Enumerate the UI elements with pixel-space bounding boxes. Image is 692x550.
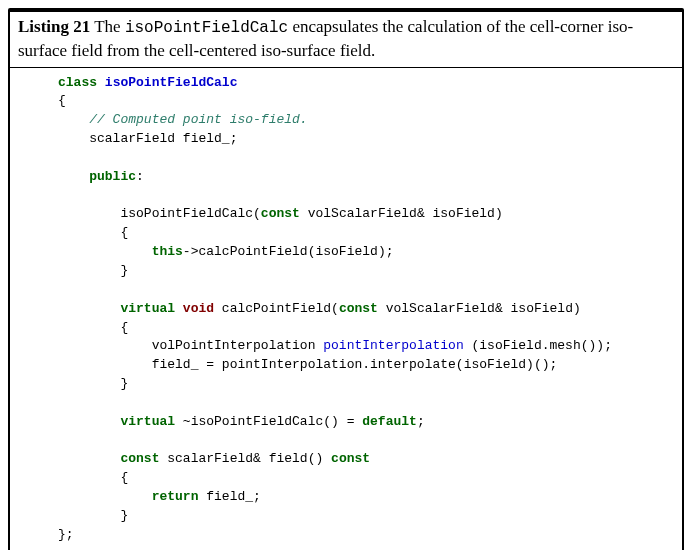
getter-sig: scalarField& field() bbox=[159, 451, 331, 466]
ctor-params: volScalarField& isoField) bbox=[300, 206, 503, 221]
caption-code: isoPointFieldCalc bbox=[125, 19, 288, 37]
listing-header: Listing 21 The isoPointFieldCalc encapsu… bbox=[10, 12, 682, 67]
kw-const: const bbox=[261, 206, 300, 221]
brace: } bbox=[120, 263, 128, 278]
field-decl: scalarField field_; bbox=[89, 131, 237, 146]
listing-number: Listing 21 bbox=[18, 17, 90, 36]
calc-line2: field_ = pointInterpolation.interpolate(… bbox=[152, 357, 558, 372]
kw-const: const bbox=[120, 451, 159, 466]
colon: : bbox=[136, 169, 144, 184]
kw-return: return bbox=[152, 489, 199, 504]
brace: } bbox=[120, 376, 128, 391]
ctor-name: isoPointFieldCalc( bbox=[120, 206, 260, 221]
comment: // Computed point iso-field. bbox=[89, 112, 307, 127]
dtor: ~isoPointFieldCalc() = bbox=[175, 414, 362, 429]
getter-body: field_; bbox=[198, 489, 260, 504]
kw-void: void bbox=[183, 301, 214, 316]
brace: { bbox=[120, 470, 128, 485]
class-name: isoPointFieldCalc bbox=[105, 75, 238, 90]
kw-virtual: virtual bbox=[120, 301, 175, 316]
ctor-body: ->calcPointField(isoField); bbox=[183, 244, 394, 259]
listing-container: Listing 21 The isoPointFieldCalc encapsu… bbox=[8, 8, 684, 550]
brace: { bbox=[120, 320, 128, 335]
kw-default: default bbox=[362, 414, 417, 429]
kw-public: public bbox=[89, 169, 136, 184]
semi: ; bbox=[417, 414, 425, 429]
kw-const: const bbox=[339, 301, 378, 316]
kw-virtual: virtual bbox=[120, 414, 175, 429]
calc-sig: calcPointField( bbox=[214, 301, 339, 316]
kw-this: this bbox=[152, 244, 183, 259]
calc-line1a: volPointInterpolation bbox=[152, 338, 324, 353]
kw-class: class bbox=[58, 75, 97, 90]
code-block: class isoPointFieldCalc { // Computed po… bbox=[10, 68, 682, 550]
caption-prefix: The bbox=[90, 17, 125, 36]
calc-line1c: (isoField.mesh()); bbox=[464, 338, 612, 353]
brace: }; bbox=[58, 527, 74, 542]
brace: } bbox=[120, 508, 128, 523]
brace: { bbox=[58, 93, 66, 108]
calc-sig2: volScalarField& isoField) bbox=[378, 301, 581, 316]
brace: { bbox=[120, 225, 128, 240]
kw-const: const bbox=[331, 451, 370, 466]
ident-pointinterp: pointInterpolation bbox=[323, 338, 463, 353]
